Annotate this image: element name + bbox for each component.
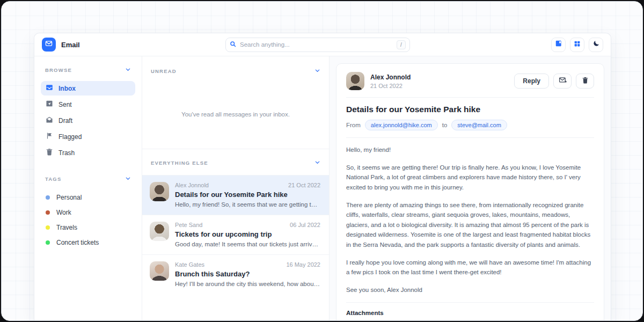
sender-avatar: [150, 222, 169, 241]
detail-header: Alex Jonnold 21 Oct 2022 Reply: [346, 72, 594, 90]
addressbook-button[interactable]: [551, 38, 566, 52]
unread-section-header[interactable]: UNREAD: [142, 56, 329, 80]
app-logo: [42, 38, 56, 52]
trash-icon: [46, 148, 53, 157]
delete-mail-button[interactable]: [576, 74, 594, 89]
to-email-pill[interactable]: steve@mail.com: [451, 120, 507, 130]
forward-mail-button[interactable]: [553, 74, 572, 89]
tags-section: TAGS Personal Work Travels: [41, 174, 135, 250]
tag-label: Travels: [56, 224, 77, 231]
sidebar-item-label: Trash: [58, 149, 75, 157]
message-list-column: UNREAD You've read all messages in your …: [142, 56, 330, 320]
mail-sender: Kate Gates: [175, 261, 204, 268]
mail-sender: Pete Sand: [175, 222, 202, 228]
dark-mode-toggle[interactable]: [589, 38, 603, 52]
sent-icon: [46, 100, 53, 109]
from-label: From: [346, 122, 361, 128]
tag-item-work[interactable]: Work: [41, 205, 135, 220]
sidebar-item-sent[interactable]: Sent: [41, 97, 135, 112]
mail-list-item[interactable]: Pete Sand 06 Jul 2022 Tickets for our up…: [142, 215, 329, 254]
reply-button[interactable]: Reply: [514, 74, 549, 89]
tag-item-concert-tickets[interactable]: Concert tickets: [41, 235, 135, 250]
moon-icon: [592, 40, 600, 49]
from-to-row: From alex.jonnold@hike.com to steve@mail…: [346, 120, 594, 130]
draft-icon: [46, 116, 53, 125]
sidebar-item-flagged[interactable]: Flagged: [41, 129, 135, 144]
sender-avatar: [150, 261, 169, 281]
divider: [346, 137, 594, 138]
search-shortcut-key: /: [397, 40, 406, 49]
mail-plus-icon: [559, 76, 567, 86]
apps-grid-button[interactable]: [570, 38, 584, 52]
sidebar-item-label: Flagged: [58, 133, 82, 141]
mail-date: 06 Jul 2022: [290, 222, 320, 228]
chevron-down-icon[interactable]: [314, 66, 320, 76]
body-paragraph: See you soon, Alex Jonnold: [346, 285, 594, 295]
mail-subject: Tickets for our upcoming trip: [175, 230, 320, 238]
tag-item-travels[interactable]: Travels: [41, 220, 135, 235]
chevron-down-icon[interactable]: [125, 65, 131, 75]
flag-icon: [46, 132, 53, 141]
mail-preview: Hello, my friend! So, it seems that we a…: [175, 201, 320, 208]
tag-item-personal[interactable]: Personal: [41, 190, 135, 205]
mail-date: 21 Oct 2022: [288, 182, 320, 188]
body-paragraph: Hello, my friend!: [346, 145, 594, 155]
browse-label: BROWSE: [45, 67, 72, 73]
sender-avatar: [150, 182, 169, 201]
book-icon: [555, 40, 562, 49]
unread-label: UNREAD: [151, 68, 177, 74]
envelope-icon: [45, 40, 53, 49]
message-detail-panel: Alex Jonnold 21 Oct 2022 Reply: [330, 56, 611, 320]
sidebar-item-draft[interactable]: Draft: [41, 113, 135, 128]
everything-else-label: EVERYTHING ELSE: [151, 160, 208, 166]
mail-list-item[interactable]: Alex Jonnold 21 Oct 2022 Details for our…: [142, 175, 329, 215]
grid-icon: [574, 40, 581, 49]
detail-sender-name: Alex Jonnold: [370, 74, 411, 81]
tag-color-dot: [46, 225, 50, 230]
page-background: Email /: [1, 1, 643, 321]
sidebar-item-label: Inbox: [58, 85, 76, 92]
mail-date: 16 May 2022: [286, 261, 320, 268]
tags-section-header[interactable]: TAGS: [41, 174, 135, 184]
inbox-icon: [46, 84, 53, 93]
to-label: to: [442, 122, 448, 128]
header-actions: [551, 38, 603, 52]
tag-label: Personal: [56, 194, 82, 201]
message-detail-card: Alex Jonnold 21 Oct 2022 Reply: [336, 63, 604, 320]
detail-subject: Details for our Yosemite Park hike: [346, 105, 594, 114]
tag-label: Concert tickets: [56, 239, 99, 246]
mail-subject: Brunch this Saturday?: [175, 270, 320, 278]
sidebar-item-label: Draft: [58, 117, 72, 125]
search-icon: [230, 40, 236, 49]
chevron-down-icon[interactable]: [314, 158, 320, 167]
sidebar-item-trash[interactable]: Trash: [41, 145, 135, 160]
sidebar-item-label: Sent: [58, 101, 72, 108]
from-email-pill[interactable]: alex.jonnold@hike.com: [365, 120, 438, 130]
everything-else-section-header[interactable]: EVERYTHING ELSE: [142, 149, 329, 172]
search-input[interactable]: [240, 41, 393, 48]
browse-section-header[interactable]: BROWSE: [41, 65, 135, 75]
detail-date: 21 Oct 2022: [370, 83, 411, 89]
chevron-down-icon[interactable]: [125, 174, 131, 184]
mail-list-item[interactable]: Kate Gates 16 May 2022 Brunch this Satur…: [142, 254, 329, 294]
mail-subject: Details for our Yosemite Park hike: [175, 191, 320, 199]
mail-preview: Hey! I'll be around the city this weeken…: [175, 281, 320, 287]
sidebar-item-inbox[interactable]: Inbox: [41, 81, 135, 96]
detail-actions: Reply: [514, 74, 594, 89]
app-header: Email /: [34, 33, 611, 56]
tag-color-dot: [46, 240, 50, 245]
trash-icon: [582, 76, 589, 86]
mail-sender: Alex Jonnold: [175, 182, 209, 188]
sender-avatar: [346, 72, 364, 90]
body-paragraph: There are plenty of amazing things to se…: [346, 200, 594, 250]
attachments-label: Attachments: [346, 310, 594, 316]
mail-preview: Good day, mate! It seems that our ticket…: [175, 241, 320, 247]
divider: [346, 302, 594, 303]
tag-color-dot: [46, 195, 50, 200]
message-body: Hello, my friend! So, it seems we are ge…: [346, 145, 594, 295]
tags-label: TAGS: [45, 176, 61, 182]
search-bar[interactable]: /: [225, 38, 410, 52]
body-paragraph: So, it seems we are getting there! Our t…: [346, 163, 594, 193]
app-title: Email: [61, 41, 80, 49]
tag-color-dot: [46, 210, 50, 215]
